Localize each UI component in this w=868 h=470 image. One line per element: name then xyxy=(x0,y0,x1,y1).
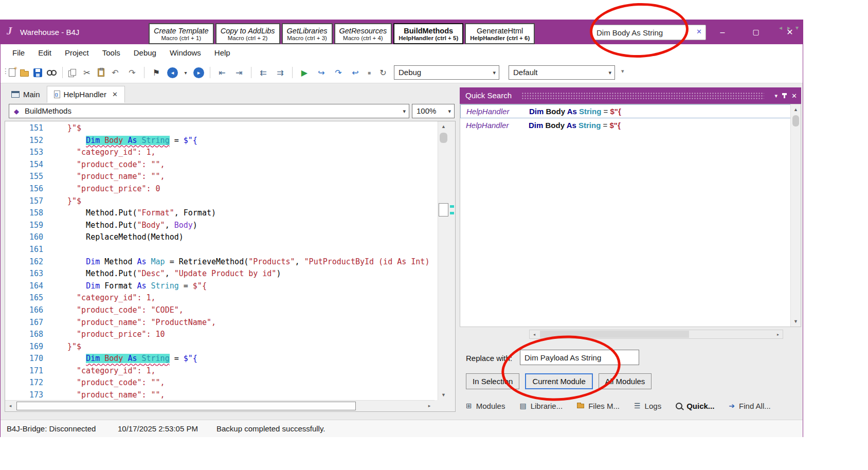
menu-edit[interactable]: Edit xyxy=(31,44,58,62)
results-vscrollbar[interactable]: ▲ ▼ xyxy=(790,104,801,327)
code-line-152[interactable]: 152 Dim Body As String = $"{ xyxy=(5,135,438,147)
line-number[interactable]: 153 xyxy=(5,147,50,159)
in-selection-button[interactable]: In Selection xyxy=(466,373,519,389)
copy-icon[interactable] xyxy=(68,69,76,77)
build-config-combo[interactable]: Default xyxy=(509,65,615,80)
line-number[interactable]: 158 xyxy=(5,207,50,220)
undo-icon[interactable]: ↶ xyxy=(109,66,121,79)
dock-tab-find-all[interactable]: ➔Find All... xyxy=(722,398,776,413)
code-line-162[interactable]: 162 Dim Method As Map = RetrieveMethod("… xyxy=(5,256,438,268)
tab-helphandler[interactable]: HelpHandler✕ xyxy=(47,86,125,103)
line-number[interactable]: 173 xyxy=(5,389,50,400)
maximize-button[interactable]: ▢ xyxy=(746,20,766,44)
line-number[interactable]: 152 xyxy=(5,135,50,147)
dock-tab-files-m[interactable]: Files M... xyxy=(571,398,626,413)
code-line-165[interactable]: 165 "category_id": 1, xyxy=(5,292,438,304)
tab-scroll-left-icon[interactable]: ◂ xyxy=(779,24,782,31)
line-number[interactable]: 171 xyxy=(5,365,50,377)
dock-tab-modules[interactable]: ⊞Modules xyxy=(460,398,511,413)
title-search-input[interactable] xyxy=(596,25,692,40)
rebuild-icon[interactable]: ↻ xyxy=(377,66,389,79)
pin-icon[interactable] xyxy=(784,93,785,98)
code-line-169[interactable]: 169}"$ xyxy=(5,341,438,353)
current-module-button[interactable]: Current Module xyxy=(525,373,592,389)
code-line-170[interactable]: 170 Dim Body As String = $"{ xyxy=(5,353,438,365)
macro-tab-getresources[interactable]: GetResourcesMacro (ctrl + 4) xyxy=(334,23,392,44)
menu-file[interactable]: File xyxy=(6,44,31,62)
unindent-icon[interactable]: ⇤ xyxy=(216,66,228,79)
dock-tab-quick[interactable]: Quick... xyxy=(670,398,720,413)
bookmark-icon[interactable]: ⚑ xyxy=(150,66,162,79)
hscroll-thumb[interactable] xyxy=(16,402,356,410)
save-icon[interactable] xyxy=(33,68,42,77)
code-line-154[interactable]: 154 "product_code": "", xyxy=(5,159,438,171)
redo-icon[interactable]: ↷ xyxy=(126,66,138,79)
macro-tab-generatehtml[interactable]: GenerateHtmlHelpHandler (ctrl + 6) xyxy=(465,23,535,44)
scroll-up-icon[interactable]: ▲ xyxy=(438,121,449,132)
line-number[interactable]: 160 xyxy=(5,231,50,244)
uncomment-icon[interactable]: ⇉ xyxy=(274,66,286,79)
editor-hscrollbar[interactable]: ◂ ▸ xyxy=(5,400,435,411)
line-number[interactable]: 151 xyxy=(5,122,50,135)
results-hscroll-thumb[interactable] xyxy=(540,331,689,338)
navigate-back-icon[interactable]: ◂ xyxy=(167,67,178,78)
line-number[interactable]: 154 xyxy=(5,159,50,171)
line-number[interactable]: 164 xyxy=(5,280,50,293)
zoom-combo[interactable]: 100% xyxy=(412,104,455,118)
code-line-164[interactable]: 164 Dim Format As String = $"{ xyxy=(5,280,438,293)
macro-tab-buildmethods[interactable]: BuildMethodsHelpHandler (ctrl + 5) xyxy=(393,23,463,44)
line-number[interactable]: 159 xyxy=(5,220,50,232)
line-number[interactable]: 156 xyxy=(5,183,50,195)
line-number[interactable]: 161 xyxy=(5,244,50,256)
menu-tools[interactable]: Tools xyxy=(96,44,127,62)
occurrence-marker[interactable] xyxy=(450,212,454,214)
line-number[interactable]: 170 xyxy=(5,353,50,365)
toolbar-overflow-icon[interactable]: ▾ xyxy=(621,68,624,75)
macro-tab-copy-to-addlibs[interactable]: Copy to AddLibsMacro (ctrl + 2) xyxy=(215,23,280,44)
step-into-icon[interactable]: ↪ xyxy=(315,66,328,79)
line-number[interactable]: 165 xyxy=(5,292,50,304)
paste-icon[interactable] xyxy=(98,68,104,77)
navigate-forward-icon[interactable]: ▸ xyxy=(193,67,204,78)
vscroll-thumb[interactable] xyxy=(440,133,447,143)
code-line-166[interactable]: 166 "product_code": "CODE", xyxy=(5,304,438,317)
line-number[interactable]: 155 xyxy=(5,171,50,183)
build-mode-combo[interactable]: Debug xyxy=(394,65,499,80)
macro-tab-getlibraries[interactable]: GetLibrariesMacro (ctrl + 3) xyxy=(282,23,333,44)
panel-close-icon[interactable]: ✕ xyxy=(791,92,797,100)
module-selector-combo[interactable]: ◆ BuildMethods xyxy=(9,104,409,118)
step-over-icon[interactable]: ↷ xyxy=(332,66,345,79)
line-number[interactable]: 168 xyxy=(5,329,50,341)
tab-main[interactable]: Main xyxy=(5,86,47,103)
line-number[interactable]: 172 xyxy=(5,377,50,389)
code-lines[interactable]: 151}"$152 Dim Body As String = $"{153 "c… xyxy=(5,122,438,400)
replace-input[interactable] xyxy=(520,350,639,365)
line-number[interactable]: 162 xyxy=(5,256,50,268)
results-vscroll-thumb[interactable] xyxy=(792,115,799,126)
code-line-173[interactable]: 173 "product_name": "", xyxy=(5,389,438,400)
code-line-171[interactable]: 171 "category_id": 1, xyxy=(5,365,438,377)
search-clear-icon[interactable]: ✕ xyxy=(696,28,702,35)
new-file-icon[interactable] xyxy=(9,68,15,77)
code-line-157[interactable]: 157}"$ xyxy=(5,195,438,208)
comment-icon[interactable]: ⇇ xyxy=(257,66,269,79)
indent-icon[interactable]: ⇥ xyxy=(233,66,245,79)
code-line-161[interactable]: 161 xyxy=(5,244,438,256)
dock-tab-librarie[interactable]: ▤Librarie... xyxy=(513,398,569,413)
navigate-back-menu-icon[interactable]: ▾ xyxy=(183,66,189,79)
line-number[interactable]: 167 xyxy=(5,317,50,329)
open-folder-icon[interactable] xyxy=(20,71,29,77)
menu-debug[interactable]: Debug xyxy=(127,44,163,62)
menu-project[interactable]: Project xyxy=(58,44,96,62)
menu-help[interactable]: Help xyxy=(208,44,237,62)
tab-list-icon[interactable]: ▾ xyxy=(795,24,799,31)
search-result-row[interactable]: HelpHandlerDim Body As String = $"{ xyxy=(460,104,801,118)
code-line-163[interactable]: 163 Method.Put("Desc", "Update Product b… xyxy=(5,268,438,280)
scroll-up-icon[interactable]: ▲ xyxy=(791,104,801,115)
code-line-168[interactable]: 168 "product_price": 10 xyxy=(5,329,438,341)
code-line-167[interactable]: 167 "product_name": "ProductName", xyxy=(5,317,438,329)
panel-menu-icon[interactable]: ▾ xyxy=(775,93,778,99)
code-line-159[interactable]: 159 Method.Put("Body", Body) xyxy=(5,220,438,232)
code-line-160[interactable]: 160 ReplaceMethod(Method) xyxy=(5,231,438,244)
minimize-button[interactable]: – xyxy=(713,20,732,44)
